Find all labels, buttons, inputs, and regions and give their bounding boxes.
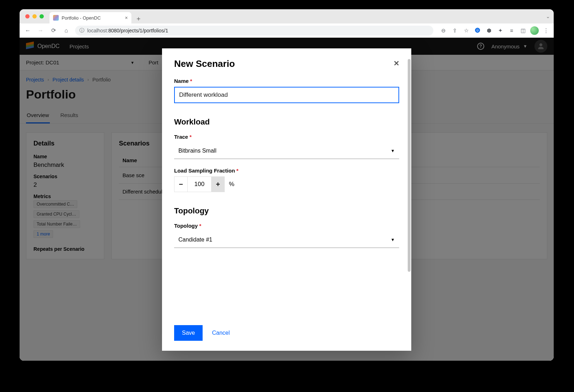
ext-brave-icon[interactable]: ⬢ [484, 26, 494, 36]
browser-toolbar: ← → ⟳ ⌂ ⓘ localhost:8080/projects/1/port… [20, 23, 554, 38]
reading-list-icon[interactable]: ≡ [507, 26, 517, 36]
window-zoom-icon[interactable] [40, 14, 44, 18]
share-icon[interactable]: ⇪ [450, 26, 460, 36]
trace-label: Trace* [174, 134, 399, 140]
browser-tab-strip: Portfolio - OpenDC × ＋ [20, 9, 554, 23]
load-label: Load Sampling Fraction* [174, 168, 399, 174]
modal-title: New Scenario [174, 58, 399, 69]
browser-menu-icon[interactable]: ⋮ [541, 26, 551, 36]
scrollbar-thumb[interactable] [408, 59, 411, 272]
load-stepper-row: − 100 + % [174, 176, 399, 192]
window-minimize-icon[interactable] [32, 14, 37, 18]
save-button[interactable]: Save [174, 325, 203, 341]
extensions-icon[interactable]: ✦ [495, 26, 505, 36]
new-tab-button[interactable]: ＋ [134, 14, 144, 23]
tab-favicon [53, 15, 59, 21]
ext-1password-icon[interactable]: ⓿ [473, 26, 482, 36]
nav-home-icon[interactable]: ⌂ [61, 25, 72, 36]
chevron-down-icon: ▼ [391, 148, 395, 153]
tab-title: Portfolio - OpenDC [62, 15, 101, 21]
nav-back-icon[interactable]: ← [22, 25, 33, 36]
url-path: 8080/projects/1/portfolios/1 [108, 28, 168, 33]
site-info-icon[interactable]: ⓘ [79, 27, 84, 34]
tab-close-icon[interactable]: × [125, 15, 128, 21]
stepper-value[interactable]: 100 [187, 177, 212, 192]
section-topology: Topology [174, 206, 399, 216]
chrome-window-menu-icon[interactable]: ⌄ [546, 14, 550, 19]
chevron-down-icon: ▼ [391, 237, 395, 242]
name-label: Name* [174, 78, 399, 84]
url-host: localhost: [87, 28, 108, 33]
name-input[interactable] [174, 87, 399, 103]
side-panel-icon[interactable]: ◫ [518, 26, 528, 36]
nav-forward-icon[interactable]: → [35, 25, 46, 36]
close-icon[interactable]: ✕ [391, 58, 401, 68]
browser-window: ⌄ Portfolio - OpenDC × ＋ ← → ⟳ ⌂ ⓘ local… [20, 9, 554, 361]
nav-reload-icon[interactable]: ⟳ [48, 25, 59, 36]
topology-label: Topology* [174, 223, 399, 229]
stepper-increment[interactable]: + [212, 177, 224, 192]
quantity-stepper: − 100 + [174, 176, 225, 192]
section-workload: Workload [174, 117, 399, 127]
zoom-icon[interactable]: ⊖ [438, 26, 448, 36]
modal-footer: Save Cancel [162, 318, 411, 351]
topology-select[interactable]: Candidate #1 ▼ [174, 232, 399, 248]
bookmark-icon[interactable]: ☆ [461, 26, 471, 36]
window-close-icon[interactable] [25, 14, 30, 18]
mac-traffic-lights [22, 9, 47, 23]
trace-select[interactable]: Bitbrains Small ▼ [174, 143, 399, 159]
address-bar[interactable]: ⓘ localhost:8080/projects/1/portfolios/1 [75, 26, 433, 36]
topology-value: Candidate #1 [178, 237, 212, 243]
profile-avatar[interactable] [529, 26, 539, 36]
new-scenario-modal: ✕ New Scenario Name* Workload Trace* Bit… [162, 48, 411, 351]
trace-value: Bitbrains Small [178, 148, 216, 154]
toolbar-right-icons: ⊖ ⇪ ☆ ⓿ ⬢ ✦ ≡ ◫ ⋮ [438, 26, 551, 36]
percent-label: % [229, 181, 234, 188]
browser-tab[interactable]: Portfolio - OpenDC × [49, 12, 131, 23]
stepper-decrement[interactable]: − [174, 177, 187, 192]
cancel-button[interactable]: Cancel [210, 329, 232, 337]
app-viewport: OpenDC Projects ? Anonymous ▼ Project: D… [20, 38, 554, 361]
